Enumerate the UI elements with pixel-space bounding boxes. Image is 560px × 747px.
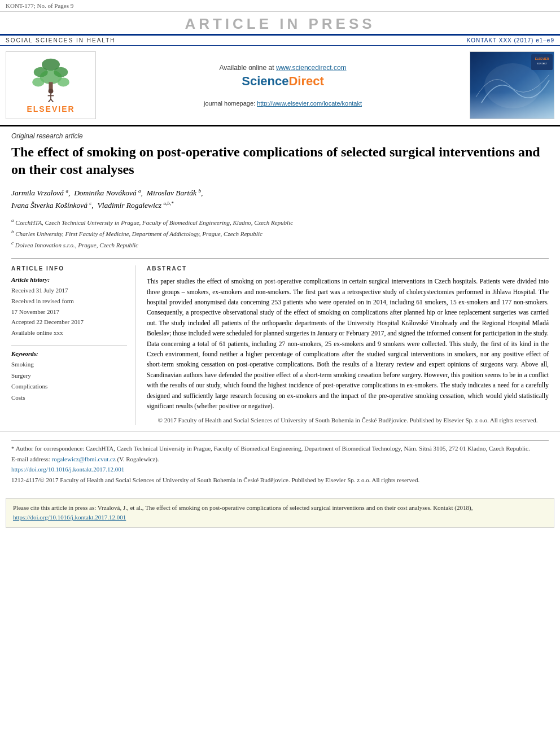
accepted-date: Accepted 22 December 2017 bbox=[11, 317, 127, 327]
article-title: The effect of smoking on post-operative … bbox=[11, 143, 549, 178]
article-info-column: ARTICLE INFO Article history: Received 3… bbox=[11, 265, 135, 425]
article-content: Original research article The effect of … bbox=[0, 126, 560, 431]
author-2: Dominika Nováková a bbox=[74, 189, 141, 197]
email-label: E-mail address: bbox=[11, 456, 50, 462]
header-right-image: ELSEVIER KONTAKT bbox=[470, 51, 554, 119]
svg-line-10 bbox=[49, 99, 51, 102]
header-middle: Available online at www.sciencedirect.co… bbox=[102, 51, 464, 119]
keywords-heading: Keywords: bbox=[11, 350, 127, 357]
svg-text:KONTAKT: KONTAKT bbox=[537, 62, 548, 65]
footer-notes: * Author for correspondence: CzechHTA, C… bbox=[0, 431, 560, 492]
available-online-label: Available online at www.sciencedirect.co… bbox=[219, 64, 346, 72]
keyword-surgery: Surgery bbox=[11, 370, 127, 382]
article-type: Original research article bbox=[11, 132, 549, 140]
affiliation-a: a CzechHTA, Czech Technical University i… bbox=[11, 216, 549, 228]
correspondence-label: * Author for correspondence: bbox=[11, 445, 84, 452]
sciencedirect-brand: ScienceDirect bbox=[242, 74, 324, 89]
author-3: Miroslav Barták b bbox=[147, 189, 201, 197]
abstract-text: This paper studies the effect of smoking… bbox=[147, 276, 549, 411]
received-revised-date: 17 November 2017 bbox=[11, 307, 127, 317]
aip-text: ARTICLE IN PRESS bbox=[185, 15, 375, 32]
cover-art-svg: ELSEVIER KONTAKT bbox=[470, 52, 554, 119]
citation-prefix: Please cite this article in press as: Vr… bbox=[13, 504, 473, 511]
citation-doi-link[interactable]: https://doi.org/10.1016/j.kontakt.2017.1… bbox=[13, 514, 126, 521]
journal-cover-image: ELSEVIER KONTAKT bbox=[470, 51, 554, 119]
journal-section-label: SOCIAL SCIENCES IN HEALTH bbox=[6, 37, 115, 43]
correspondence-text: CzechHTA, Czech Technical University in … bbox=[86, 445, 530, 452]
authors-line: Jarmila Vrzalová a, Dominika Nováková a,… bbox=[11, 186, 549, 211]
top-banner: KONT-177; No. of Pages 9 bbox=[0, 0, 560, 12]
author-5: Vladimír Rogalewicz a,b,* bbox=[97, 201, 173, 209]
correspondence-line: * Author for correspondence: CzechHTA, C… bbox=[11, 443, 549, 454]
email-link[interactable]: rogalewicz@fbmi.cvut.cz bbox=[51, 456, 117, 462]
keyword-complications: Complications bbox=[11, 381, 127, 392]
article-in-press-banner: ARTICLE IN PRESS bbox=[0, 12, 560, 36]
article-id: KONT-177; No. of Pages 9 bbox=[6, 2, 73, 9]
abstract-heading: ABSTRACT bbox=[147, 265, 549, 272]
doi-link[interactable]: https://doi.org/10.1016/j.kontakt.2017.1… bbox=[11, 466, 124, 473]
svg-text:ELSEVIER: ELSEVIER bbox=[535, 57, 549, 60]
journal-volume-ref: KONTAKT XXX (2017) e1–e9 bbox=[467, 37, 554, 43]
sciencedirect-url-link[interactable]: www.sciencedirect.com bbox=[276, 64, 347, 72]
issn-line: 1212-4117/© 2017 Faculty of Health and S… bbox=[11, 475, 549, 486]
author-1: Jarmila Vrzalová a bbox=[11, 189, 68, 197]
keywords-section: Keywords: Smoking Surgery Complications … bbox=[11, 345, 127, 404]
affiliations: a CzechHTA, Czech Technical University i… bbox=[11, 216, 549, 251]
journal-homepage: journal homepage: http://www.elsevier.co… bbox=[204, 100, 362, 107]
citation-box: Please cite this article in press as: Vr… bbox=[6, 498, 554, 528]
svg-point-6 bbox=[58, 77, 69, 86]
separator-1 bbox=[11, 440, 549, 441]
available-online: Available online xxx bbox=[11, 327, 127, 338]
abstract-column: ABSTRACT This paper studies the effect o… bbox=[147, 265, 549, 425]
keyword-costs: Costs bbox=[11, 392, 127, 404]
elsevier-brand: ELSEVIER bbox=[27, 104, 75, 113]
two-col-section: ARTICLE INFO Article history: Received 3… bbox=[11, 258, 549, 425]
article-history: Article history: Received 31 July 2017 R… bbox=[11, 276, 127, 338]
header-section: ELSEVIER Available online at www.science… bbox=[0, 46, 560, 126]
received-date: Received 31 July 2017 bbox=[11, 285, 127, 296]
svg-point-5 bbox=[32, 77, 44, 86]
elsevier-logo-block: ELSEVIER bbox=[6, 51, 96, 119]
journal-homepage-link[interactable]: http://www.elsevier.com/locate/kontakt bbox=[257, 100, 362, 107]
keyword-smoking: Smoking bbox=[11, 359, 127, 370]
svg-line-11 bbox=[51, 99, 53, 102]
doi-line: https://doi.org/10.1016/j.kontakt.2017.1… bbox=[11, 464, 549, 475]
affiliation-b: b Charles University, First Faculty of M… bbox=[11, 228, 549, 239]
journal-header-bar: SOCIAL SCIENCES IN HEALTH KONTAKT XXX (2… bbox=[0, 36, 560, 46]
email-line: E-mail address: rogalewicz@fbmi.cvut.cz … bbox=[11, 454, 549, 465]
article-info-heading: ARTICLE INFO bbox=[11, 265, 127, 272]
affiliation-c: c Dolvea Innovation s.r.o., Prague, Czec… bbox=[11, 239, 549, 250]
history-heading: Article history: bbox=[11, 276, 127, 283]
abstract-copyright: © 2017 Faculty of Health and Social Scie… bbox=[147, 416, 549, 425]
elsevier-tree-icon bbox=[23, 57, 79, 102]
svg-point-7 bbox=[49, 89, 54, 94]
email-suffix: (V. Rogalewicz). bbox=[117, 456, 159, 462]
received-revised-label: Received in revised form bbox=[11, 296, 127, 307]
author-4: Ivana Štverka Košínková c bbox=[11, 201, 91, 209]
